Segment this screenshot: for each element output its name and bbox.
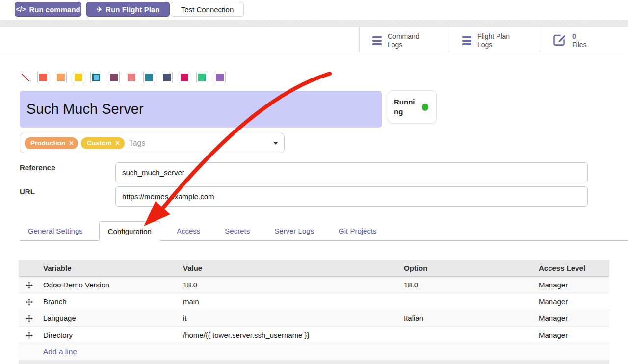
- url-label: URL: [20, 187, 35, 196]
- color-swatch-fill: [39, 74, 47, 81]
- color-picker: [20, 72, 226, 83]
- tag-pill[interactable]: Production ✕: [25, 137, 78, 149]
- tab[interactable]: General Settings: [20, 222, 91, 240]
- cell-value[interactable]: /home/{{ tower.server.ssh_username }}: [179, 326, 400, 343]
- run-command-button[interactable]: </> Run command: [15, 2, 81, 17]
- test-connection-button[interactable]: Test Connection: [171, 2, 244, 17]
- server-name-input[interactable]: [20, 91, 382, 128]
- files-label: Files: [572, 41, 614, 49]
- drag-handle-icon[interactable]: [26, 332, 33, 339]
- column-header-access-level: Access Level: [535, 260, 609, 276]
- color-swatch[interactable]: [196, 72, 208, 83]
- cell-variable[interactable]: Odoo Demo Version: [39, 276, 179, 293]
- color-swatch-fill: [198, 74, 206, 81]
- top-action-bar: </> Run command ✈ Run Flight Plan Test C…: [0, 0, 628, 20]
- column-header-variable: Variable: [39, 260, 179, 276]
- reference-input[interactable]: [115, 162, 588, 182]
- tab[interactable]: Configuration: [99, 221, 160, 241]
- cell-variable[interactable]: Branch: [39, 293, 179, 310]
- color-swatch[interactable]: [143, 72, 155, 83]
- table-row[interactable]: Language it Italian Manager: [19, 310, 609, 326]
- cell-value[interactable]: 18.0: [179, 276, 400, 293]
- separator-band: [0, 20, 628, 27]
- tab[interactable]: Git Projects: [330, 222, 385, 240]
- tag-label: Custom: [87, 139, 111, 147]
- tab-label: Secrets: [225, 227, 250, 235]
- cell-option[interactable]: 18.0: [400, 276, 535, 293]
- color-swatch[interactable]: [214, 72, 226, 83]
- table-row[interactable]: Branch main Manager: [19, 293, 609, 310]
- color-swatch-fill: [181, 74, 188, 81]
- cell-variable[interactable]: Language: [39, 310, 179, 326]
- handle-column-header: [19, 260, 39, 276]
- add-a-line-link[interactable]: Add a line: [23, 347, 77, 356]
- cell-access-level[interactable]: Manager: [535, 293, 609, 310]
- files-button[interactable]: 0 Files: [540, 27, 628, 53]
- table-row[interactable]: Directory /home/{{ tower.server.ssh_user…: [19, 326, 609, 343]
- flight-plan-logs-button[interactable]: Flight Plan Logs: [449, 27, 540, 53]
- tab[interactable]: Access: [168, 222, 209, 240]
- cell-option[interactable]: [400, 326, 535, 343]
- notebook-tabs: General Settings Configuration Access Se…: [20, 222, 628, 241]
- color-swatch-fill: [22, 74, 29, 81]
- color-swatch[interactable]: [126, 72, 137, 83]
- run-command-label: Run command: [29, 5, 80, 14]
- tab[interactable]: Server Logs: [266, 222, 322, 240]
- page-header: Command Logs Flight Plan Logs 0 Files: [0, 27, 628, 53]
- cell-value[interactable]: it: [179, 310, 400, 326]
- color-swatch-fill: [128, 74, 135, 81]
- run-flight-plan-label: Run Flight Plan: [105, 5, 159, 14]
- table-header-row: Variable Value Option Access Level: [19, 260, 609, 276]
- color-swatch[interactable]: [20, 72, 31, 83]
- color-swatch[interactable]: [37, 72, 49, 83]
- test-connection-label: Test Connection: [181, 5, 234, 14]
- cell-option[interactable]: Italian: [400, 310, 535, 326]
- color-swatch[interactable]: [55, 72, 67, 83]
- color-swatch[interactable]: [90, 72, 102, 83]
- cell-value[interactable]: main: [179, 293, 400, 310]
- cell-access-level[interactable]: Manager: [535, 276, 609, 293]
- remove-tag-icon[interactable]: ✕: [115, 140, 120, 147]
- tag-label: Production: [30, 139, 65, 147]
- table-row[interactable]: Odoo Demo Version 18.0 18.0 Manager: [19, 276, 609, 293]
- cell-option[interactable]: [400, 293, 535, 310]
- run-flight-plan-button[interactable]: ✈ Run Flight Plan: [86, 2, 170, 17]
- color-swatch[interactable]: [108, 72, 120, 83]
- cell-access-level[interactable]: Manager: [535, 326, 609, 343]
- drag-handle-icon[interactable]: [26, 298, 33, 306]
- color-swatch-fill: [216, 74, 224, 81]
- color-swatch-fill: [163, 74, 171, 81]
- reference-label: Reference: [20, 163, 55, 172]
- tab-label: Configuration: [108, 227, 152, 235]
- color-swatch[interactable]: [179, 72, 190, 83]
- color-swatch[interactable]: [161, 72, 173, 83]
- flight-plan-logs-label: Flight Plan Logs: [477, 32, 520, 48]
- plane-icon: ✈: [97, 5, 103, 13]
- chevron-down-icon[interactable]: [273, 142, 278, 145]
- app-window: </> Run command ✈ Run Flight Plan Test C…: [0, 0, 628, 364]
- color-swatch-fill: [75, 74, 82, 81]
- list-lines-icon: [462, 36, 471, 45]
- color-swatch[interactable]: [73, 72, 84, 83]
- color-swatch-fill: [57, 74, 65, 81]
- remove-tag-icon[interactable]: ✕: [69, 140, 74, 147]
- tab-label: General Settings: [28, 227, 83, 235]
- tag-pill[interactable]: Custom ✕: [81, 137, 124, 149]
- cell-variable[interactable]: Directory: [39, 326, 179, 343]
- status-label: Running: [394, 97, 418, 117]
- configuration-table: Variable Value Option Access Level Odoo …: [19, 260, 609, 364]
- drag-handle-icon[interactable]: [26, 282, 33, 289]
- tab[interactable]: Secrets: [216, 222, 258, 240]
- status-badge[interactable]: Running: [388, 90, 437, 124]
- cell-access-level[interactable]: Manager: [535, 310, 609, 326]
- command-logs-button[interactable]: Command Logs: [359, 27, 449, 53]
- files-count: 0: [572, 32, 614, 40]
- add-line-row: Add a line: [19, 343, 609, 360]
- code-icon: </>: [16, 5, 26, 13]
- table-footer-strip: [19, 360, 609, 364]
- list-lines-icon: [372, 36, 382, 45]
- column-header-value: Value: [179, 260, 400, 276]
- url-input[interactable]: [115, 186, 588, 207]
- drag-handle-icon[interactable]: [26, 315, 33, 322]
- tags-input[interactable]: Production ✕ Custom ✕ Tags: [20, 133, 285, 153]
